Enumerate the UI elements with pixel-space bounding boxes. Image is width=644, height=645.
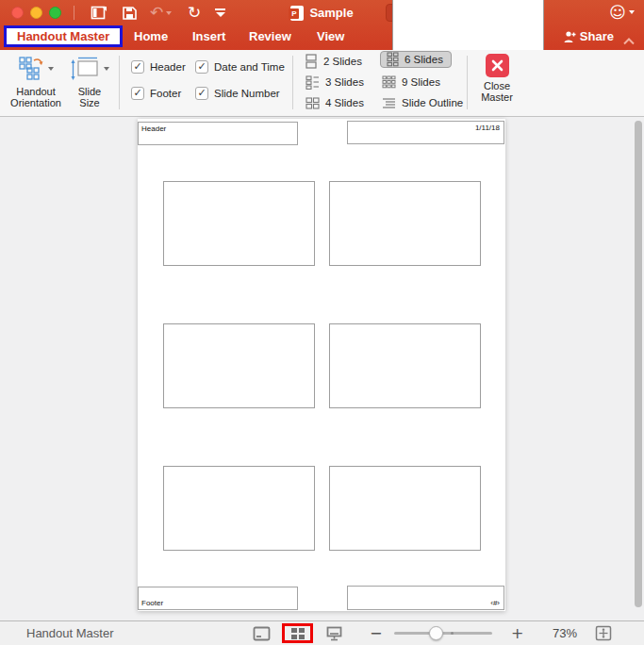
slide-placeholder[interactable]: [163, 466, 315, 551]
ribbon: Handout Orientation Slide Size: [0, 50, 644, 117]
option-4-slides[interactable]: 4 Slides: [305, 94, 364, 111]
checkbox-footer[interactable]: ✓ Footer: [131, 86, 181, 100]
tab-view[interactable]: View: [317, 29, 344, 43]
feedback-dropdown-arrow[interactable]: [629, 10, 635, 14]
checkbox-header[interactable]: ✓ Header: [131, 59, 186, 74]
fit-to-window-icon: [595, 625, 612, 641]
2-slides-icon: [305, 54, 318, 69]
slide-number-text: ‹#›: [490, 599, 500, 607]
checkbox-date-and-time[interactable]: ✓ Date and Time: [195, 59, 285, 74]
undo-button[interactable]: ↶: [150, 4, 172, 22]
zoom-slider-thumb[interactable]: [429, 626, 443, 640]
zoom-window-button[interactable]: [49, 7, 61, 19]
checkbox-slide-number[interactable]: ✓ Slide Number: [195, 86, 280, 100]
toolbar-options-bar: [215, 8, 225, 10]
tab-insert[interactable]: Insert: [192, 29, 225, 43]
redo-icon: ↻: [188, 4, 201, 22]
search-input[interactable]: Search in Presentation: [386, 4, 529, 22]
share-button[interactable]: Share: [561, 29, 614, 43]
tab-review[interactable]: Review: [249, 29, 291, 43]
handout-orientation-label-line2: Orientation: [10, 98, 61, 109]
slide-canvas[interactable]: Header 1/11/18 Footer ‹#›: [0, 117, 644, 620]
zoom-percentage[interactable]: 73%: [536, 621, 577, 645]
slide-sorter-view-icon: [291, 628, 297, 633]
option-3-slides[interactable]: 3 Slides: [305, 74, 364, 91]
option-slide-outline[interactable]: Slide Outline: [382, 94, 463, 111]
toolbar-options-chevron-icon: [216, 12, 225, 17]
header-placeholder[interactable]: Header: [138, 122, 298, 145]
option-6-slides[interactable]: 6 Slides: [380, 51, 452, 68]
fit-slide-to-window-button[interactable]: [595, 621, 612, 645]
handout-view-annotation-box: [282, 623, 313, 643]
share-label: Share: [580, 29, 614, 43]
redo-button[interactable]: ↻: [188, 4, 201, 22]
zoom-slider-default-tick: [451, 632, 454, 635]
handout-orientation-button[interactable]: Handout Orientation: [8, 53, 64, 108]
9-slides-icon: [382, 75, 396, 89]
powerpoint-file-icon: P: [290, 6, 304, 21]
vertical-scrollbar[interactable]: [635, 121, 642, 607]
option-9-slides[interactable]: 9 Slides: [382, 74, 440, 91]
x-icon: [491, 59, 504, 72]
date-and-time-checkbox-mark[interactable]: ✓: [195, 60, 208, 74]
save-button[interactable]: [122, 4, 138, 22]
zoom-in-button[interactable]: +: [511, 621, 523, 645]
titlebar-row: ↶ ↻ P Sample S: [0, 0, 644, 25]
date-placeholder[interactable]: 1/11/18: [347, 121, 504, 144]
option-2-slides[interactable]: 2 Slides: [305, 53, 362, 70]
slideshow-view-button[interactable]: [326, 621, 342, 645]
header-checkbox-mark[interactable]: ✓: [131, 60, 144, 74]
slide-placeholder[interactable]: [163, 181, 315, 266]
4-slides-label: 4 Slides: [325, 97, 364, 108]
ribbon-group-divider: [467, 56, 468, 109]
slide-placeholder[interactable]: [163, 323, 315, 408]
new-presentation-icon: [91, 6, 107, 21]
collapse-ribbon-button[interactable]: [623, 32, 635, 49]
handout-master-page[interactable]: Header 1/11/18 Footer ‹#›: [138, 119, 505, 611]
close-master-button[interactable]: Close Master: [472, 54, 521, 103]
slide-size-label-line2: Size: [78, 98, 101, 109]
tab-handout-master[interactable]: Handout Master: [4, 25, 123, 47]
handout-orientation-label-line1: Handout: [10, 87, 61, 98]
tab-home[interactable]: Home: [134, 29, 168, 43]
ribbon-tabs: Handout Master Home Insert Review View S…: [0, 25, 644, 50]
slideshow-icon: [326, 626, 342, 641]
slide-number-placeholder[interactable]: ‹#›: [347, 586, 504, 610]
zoom-slider[interactable]: [394, 632, 492, 635]
statusbar-view-label: Handout Master: [26, 621, 114, 645]
close-master-label-line1: Close: [481, 81, 513, 92]
3-slides-label: 3 Slides: [325, 76, 364, 88]
zoom-out-button[interactable]: −: [370, 621, 382, 645]
new-presentation-button[interactable]: [91, 4, 107, 22]
titlebar-divider: [74, 6, 74, 20]
slide-number-checkbox-mark[interactable]: ✓: [195, 87, 208, 100]
slide-size-button[interactable]: Slide Size: [66, 53, 113, 108]
feedback-button[interactable]: ☺: [609, 3, 635, 22]
handout-orientation-dropdown-arrow[interactable]: [48, 67, 54, 71]
slide-outline-label: Slide Outline: [402, 97, 463, 108]
minimize-window-button[interactable]: [30, 7, 42, 19]
slide-placeholder[interactable]: [329, 323, 481, 408]
normal-view-button[interactable]: [253, 621, 271, 645]
6-slides-label: 6 Slides: [405, 54, 443, 65]
slide-placeholder[interactable]: [329, 181, 481, 266]
slide-size-icon: [70, 57, 100, 81]
normal-view-icon: [253, 626, 271, 641]
footer-placeholder[interactable]: Footer: [138, 587, 298, 610]
2-slides-label: 2 Slides: [323, 56, 362, 67]
6-slides-icon: [387, 52, 399, 67]
date-text: 1/11/18: [475, 124, 500, 132]
footer-checkbox-mark[interactable]: ✓: [131, 87, 144, 100]
slide-size-dropdown-arrow[interactable]: [104, 67, 109, 71]
3-slides-icon: [305, 75, 320, 90]
toolbar-options-button[interactable]: [215, 4, 225, 22]
slide-sorter-view-button[interactable]: [291, 628, 305, 639]
footer-text: Footer: [141, 599, 163, 607]
undo-icon: ↶: [150, 4, 163, 22]
close-window-button[interactable]: [11, 7, 24, 19]
slide-number-checkbox-label: Slide Number: [214, 88, 280, 99]
slide-placeholder[interactable]: [329, 466, 481, 551]
slide-size-label-line1: Slide: [78, 87, 101, 98]
undo-dropdown-arrow[interactable]: [166, 11, 172, 15]
titlebar: ↶ ↻ P Sample S: [0, 0, 644, 50]
